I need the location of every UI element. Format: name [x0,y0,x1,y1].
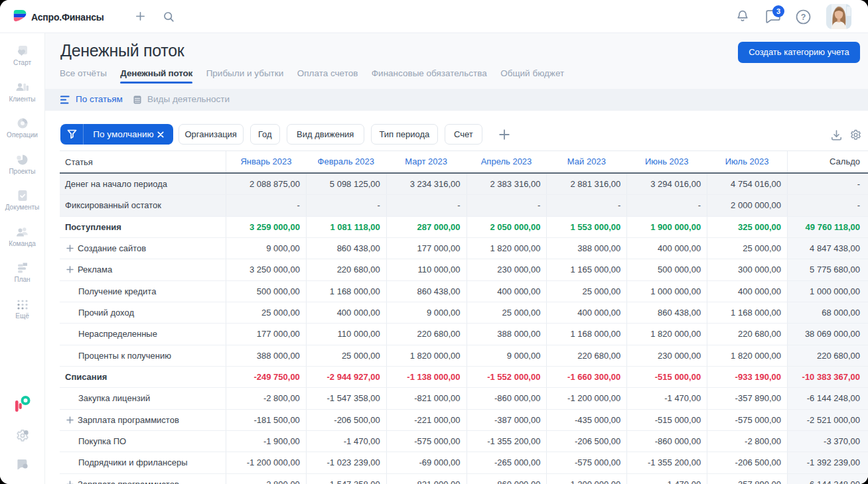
svg-text:?: ? [801,13,806,22]
